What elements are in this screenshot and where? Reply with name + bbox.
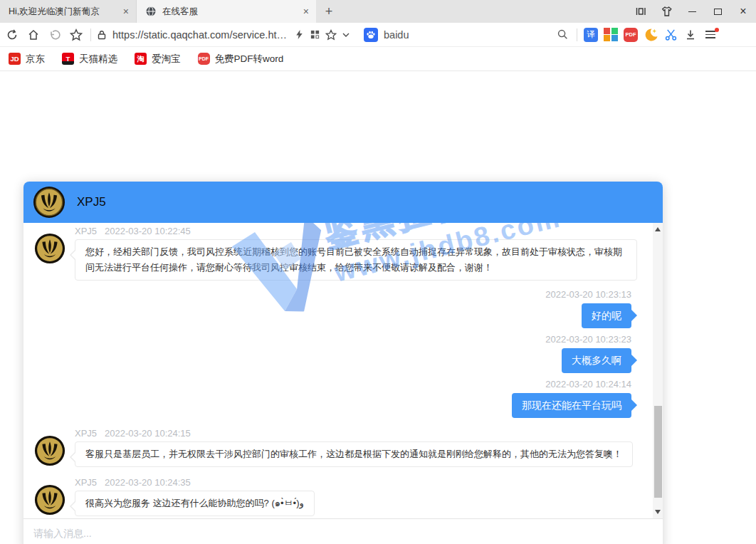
shirt-icon: [660, 5, 673, 19]
favorites-button[interactable]: [65, 25, 87, 45]
bookmark-taobao[interactable]: 淘 爱淘宝: [135, 53, 181, 66]
download-icon: [684, 28, 697, 41]
restore-session-button[interactable]: [44, 25, 65, 45]
taobao-icon: 淘: [135, 53, 147, 65]
message-list: 鉴黑担保网 www.jhdb8.com XPJ5 2022-03-20 10:2…: [23, 223, 663, 518]
message-input[interactable]: [33, 523, 653, 539]
new-tab-button[interactable]: +: [316, 0, 342, 23]
moon-icon: [644, 27, 658, 42]
search-box[interactable]: baidu: [359, 28, 573, 42]
maximize-button[interactable]: [705, 0, 730, 23]
chat-message-agent: XPJ5 2022-03-20 10:22:45 您好，经相关部门反馈，我司风控…: [34, 226, 639, 281]
close-icon: ×: [740, 5, 746, 18]
tmall-icon: T: [62, 53, 74, 65]
chat-input-area: [23, 518, 663, 544]
downloads-button[interactable]: [681, 25, 700, 45]
agent-name: XPJ5: [75, 226, 97, 237]
bookmark-label: 京东: [26, 53, 45, 66]
message-timestamp: 2022-03-20 10:24:35: [105, 477, 191, 488]
tab-close-icon[interactable]: ×: [303, 6, 309, 17]
refresh-button[interactable]: [1, 25, 23, 45]
browser-tab-bar: Hi,欢迎光临澳门新葡京 × 在线客服 × + ×: [0, 0, 756, 23]
scroll-up-icon[interactable]: [655, 227, 661, 231]
lightning-icon[interactable]: [294, 29, 305, 40]
bookmark-star-icon[interactable]: [325, 29, 337, 41]
globe-favicon-icon: [145, 6, 157, 17]
bookmarks-bar: JD 京东 T 天猫精选 淘 爱淘宝 PDF 免费PDF转word: [0, 47, 756, 71]
message-timestamp: 2022-03-20 10:24:14: [545, 379, 631, 390]
scissors-icon: [664, 28, 678, 41]
collection-grid-icon[interactable]: [310, 29, 320, 40]
chat-message-user: 2022-03-20 10:24:14 那现在还能在平台玩吗: [34, 379, 639, 418]
url-text[interactable]: https://static.qaqchat.com/service.html?…: [112, 29, 289, 41]
tab-bar-spacer: [342, 0, 628, 23]
jd-icon: JD: [9, 53, 21, 65]
message-timestamp: 2022-03-20 10:23:13: [545, 289, 631, 300]
tab-title: 在线客服: [162, 6, 292, 18]
minimize-button[interactable]: [679, 0, 705, 23]
search-engine-label[interactable]: baidu: [384, 29, 551, 41]
translate-extension-button[interactable]: 译: [581, 25, 601, 45]
apps-grid-icon: [604, 28, 618, 42]
screenshot-button[interactable]: [661, 25, 681, 45]
tab-layout-icon: [634, 5, 647, 18]
chat-scrollbar[interactable]: [653, 223, 663, 518]
chat-widget: XPJ5 鉴黑担保网 www.jhdb8.com: [23, 182, 663, 544]
scroll-down-icon[interactable]: [655, 510, 661, 514]
bookmark-pdf2word[interactable]: PDF 免费PDF转word: [198, 53, 284, 66]
star-icon: [70, 28, 83, 41]
tab-close-icon[interactable]: ×: [123, 6, 129, 17]
toolbar-divider: [577, 28, 577, 41]
page-content: XPJ5 鉴黑担保网 www.jhdb8.com: [0, 71, 756, 544]
message-bubble: 那现在还能在平台玩吗: [512, 393, 631, 418]
home-button[interactable]: [23, 25, 44, 45]
chat-header: XPJ5: [23, 182, 663, 223]
refresh-icon: [6, 28, 19, 41]
translate-icon: 译: [584, 28, 598, 42]
bookmark-label: 爱淘宝: [152, 53, 181, 66]
chat-message-user: 2022-03-20 10:23:13 好的呢: [34, 289, 639, 328]
menu-button[interactable]: [700, 25, 720, 45]
bookmark-label: 免费PDF转word: [215, 53, 284, 66]
search-icon[interactable]: [557, 28, 569, 41]
agent-avatar: [34, 233, 65, 264]
night-mode-button[interactable]: [641, 25, 661, 45]
message-timestamp: 2022-03-20 10:23:23: [545, 334, 631, 345]
apps-extension-button[interactable]: [601, 25, 621, 45]
browser-toolbar: https://static.qaqchat.com/service.html?…: [0, 23, 756, 47]
chat-message-agent: XPJ5 2022-03-20 10:24:15 客服只是基层员工，并无权限去干…: [34, 428, 639, 467]
scrollbar-thumb[interactable]: [654, 406, 662, 498]
home-icon: [27, 28, 40, 41]
toolbar-divider: [90, 28, 91, 41]
pdf-icon: PDF: [624, 28, 638, 42]
agent-avatar: [34, 484, 65, 516]
pdf-icon: PDF: [198, 53, 210, 65]
baidu-paw-icon: [364, 28, 378, 42]
chevron-down-icon[interactable]: [342, 31, 350, 39]
lock-icon: [96, 29, 107, 41]
agent-avatar: [34, 435, 65, 466]
address-bar[interactable]: https://static.qaqchat.com/service.html?…: [95, 29, 359, 41]
minimize-icon: [688, 11, 696, 12]
bookmark-jd[interactable]: JD 京东: [9, 53, 45, 66]
message-timestamp: 2022-03-20 10:22:45: [105, 226, 191, 237]
tab-online-service[interactable]: 在线客服 ×: [137, 0, 316, 23]
hamburger-menu-icon: [705, 31, 715, 38]
bookmark-tmall[interactable]: T 天猫精选: [62, 53, 117, 66]
message-bubble: 很高兴为您服务 这边还有什么能协助您的吗? (๑•̀ㅂ•́)و: [75, 491, 315, 516]
message-bubble: 大概多久啊: [562, 348, 631, 373]
notification-dot: [715, 28, 719, 32]
message-bubble: 您好，经相关部门反馈，我司风控系统近期稽核到您的账号目前已被安全系统自动捕捉存在…: [75, 239, 637, 281]
tab-layout-button[interactable]: [628, 0, 653, 23]
tab-casino-site[interactable]: Hi,欢迎光临澳门新葡京 ×: [0, 0, 137, 23]
chat-message-agent: XPJ5 2022-03-20 10:24:35 很高兴为您服务 这边还有什么能…: [34, 477, 639, 516]
tab-title: Hi,欢迎光临澳门新葡京: [9, 6, 117, 18]
pdf-extension-button[interactable]: PDF: [621, 25, 641, 45]
close-window-button[interactable]: ×: [730, 0, 756, 23]
message-bubble: 好的呢: [582, 303, 631, 328]
maximize-icon: [714, 9, 722, 15]
agent-avatar: [33, 186, 65, 219]
agent-name: XPJ5: [75, 428, 97, 439]
skin-theme-button[interactable]: [653, 0, 679, 23]
undo-arrow-icon: [48, 28, 61, 41]
